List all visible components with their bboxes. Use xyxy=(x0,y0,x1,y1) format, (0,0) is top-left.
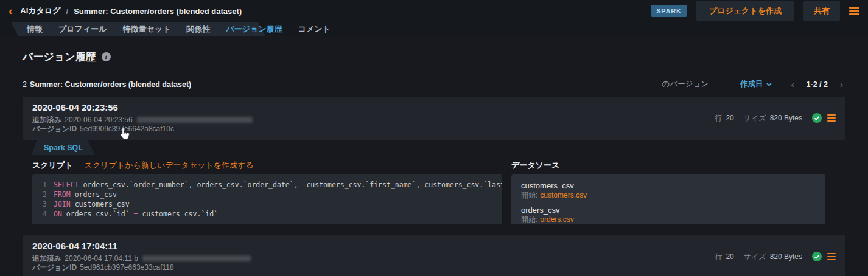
added-value: 2020-06-04 17:04:11 b xyxy=(65,254,138,263)
success-check-icon xyxy=(812,113,822,123)
rows-label: 行 xyxy=(715,113,722,123)
rows-value: 20 xyxy=(726,114,733,122)
tab-version-history[interactable]: バージョン履歴 xyxy=(226,24,282,35)
info-icon[interactable]: i xyxy=(102,52,111,61)
tab-spark-sql[interactable]: Spark SQL xyxy=(32,140,95,155)
chevron-down-icon xyxy=(766,83,772,86)
added-label: 追加済み xyxy=(32,116,61,124)
size-value: 820 Bytes xyxy=(770,252,802,261)
datasource-label: データソース xyxy=(511,160,559,171)
create-dataset-from-script-link[interactable]: スクリプトから新しいデータセットを作成する xyxy=(85,160,254,171)
version-timestamp: 2020-06-04 20:23:56 xyxy=(32,102,253,112)
size-label: サイズ xyxy=(744,113,766,123)
create-project-button[interactable]: プロジェクトを作成 xyxy=(696,1,794,21)
sql-line: 4ON orders_csv.`id` = customers_csv.`id` xyxy=(40,209,495,219)
page-title: バージョン履歴 xyxy=(23,50,96,64)
tab-profile[interactable]: プロフィール xyxy=(58,24,107,35)
version-list-header: 2 Summer: Customer/orders (blended datas… xyxy=(23,79,845,89)
sql-line: 3JOIN customers_csv xyxy=(40,199,495,209)
of-versions-label: のバージョン xyxy=(662,79,709,89)
app-window: ‹ AIカタログ / Summer: Customer/orders (blen… xyxy=(0,0,868,276)
origin-label: 開始: xyxy=(521,215,537,224)
main-content: バージョン履歴 i 2 Summer: Customer/orders (ble… xyxy=(0,36,868,276)
redacted-user xyxy=(137,117,253,123)
datasource-item: orders_csv 開始:orders.csv xyxy=(521,205,816,224)
version-row-2[interactable]: 2020-06-04 17:04:11 追加済み2020-06-04 17:04… xyxy=(23,235,845,276)
datasource-name: customers_csv xyxy=(521,181,816,191)
datasource-file-link[interactable]: orders.csv xyxy=(540,215,573,224)
breadcrumb-current: Summer: Customer/orders (blended dataset… xyxy=(74,7,242,16)
back-icon[interactable]: ‹ xyxy=(9,5,12,16)
version-id-value: 5ed9909c397e6642a8caf10c xyxy=(80,125,174,133)
pagination-prev-icon[interactable]: ‹ xyxy=(789,80,797,89)
added-label: 追加済み xyxy=(32,254,61,263)
sql-line: 1SELECT orders_csv.`order_number`, order… xyxy=(40,180,495,190)
script-label: スクリプト xyxy=(32,160,73,171)
version-row-1[interactable]: 2020-06-04 20:23:56 追加済み2020-06-04 20:23… xyxy=(23,97,845,140)
version-id-value: 5ed961cb397e663e33caf118 xyxy=(80,263,174,272)
pagination-range: 1-2 / 2 xyxy=(807,80,828,89)
tab-info[interactable]: 情報 xyxy=(27,24,43,35)
success-check-icon xyxy=(812,252,822,261)
datasource-name: orders_csv xyxy=(521,205,816,215)
breadcrumb-root[interactable]: AIカタログ xyxy=(20,5,60,16)
version-count: 2 xyxy=(23,80,27,89)
tab-comments[interactable]: コメント xyxy=(298,24,331,35)
row-menu-icon[interactable] xyxy=(827,253,836,261)
datasource-file-link[interactable]: customers.csv xyxy=(540,191,587,199)
sql-line: 2FROM orders_csv xyxy=(40,190,495,199)
tab-relations[interactable]: 関係性 xyxy=(186,24,210,35)
row-menu-icon[interactable] xyxy=(827,114,836,122)
sql-code-block: 1SELECT orders_csv.`order_number`, order… xyxy=(32,174,502,224)
pagination-next-icon[interactable]: › xyxy=(838,80,845,89)
datasource-item: customers_csv 開始:customers.csv xyxy=(521,181,816,200)
spark-badge: SPARK xyxy=(651,5,687,17)
version-id-label: バージョンID xyxy=(32,125,77,133)
redacted-user xyxy=(142,255,251,261)
version-timestamp: 2020-06-04 17:04:11 xyxy=(32,241,251,251)
tab-feature-set[interactable]: 特徴量セット xyxy=(123,24,171,35)
size-value: 820 Bytes xyxy=(770,114,802,122)
version-id-label: バージョンID xyxy=(32,263,77,272)
datasource-box: customers_csv 開始:customers.csv orders_cs… xyxy=(511,174,825,224)
share-button[interactable]: 共有 xyxy=(803,1,840,21)
tab-strip: 情報 プロフィール 特徴量セット 関係性 バージョン履歴 コメント xyxy=(0,22,868,36)
rows-value: 20 xyxy=(726,252,733,261)
breadcrumb-separator: / xyxy=(66,7,69,16)
dataset-name: Summer: Customer/orders (blended dataset… xyxy=(30,80,191,89)
added-value: 2020-06-04 20:23:56 xyxy=(65,116,132,124)
sort-by-created-date[interactable]: 作成日 xyxy=(740,79,772,89)
rows-label: 行 xyxy=(715,252,722,262)
top-bar: ‹ AIカタログ / Summer: Customer/orders (blen… xyxy=(0,0,868,22)
sort-label: 作成日 xyxy=(740,79,763,89)
divider xyxy=(23,72,845,72)
origin-label: 開始: xyxy=(521,191,537,199)
version-detail: スクリプト スクリプトから新しいデータセットを作成する 1SELECT orde… xyxy=(23,159,845,224)
size-label: サイズ xyxy=(744,252,766,262)
menu-icon[interactable] xyxy=(849,7,859,15)
